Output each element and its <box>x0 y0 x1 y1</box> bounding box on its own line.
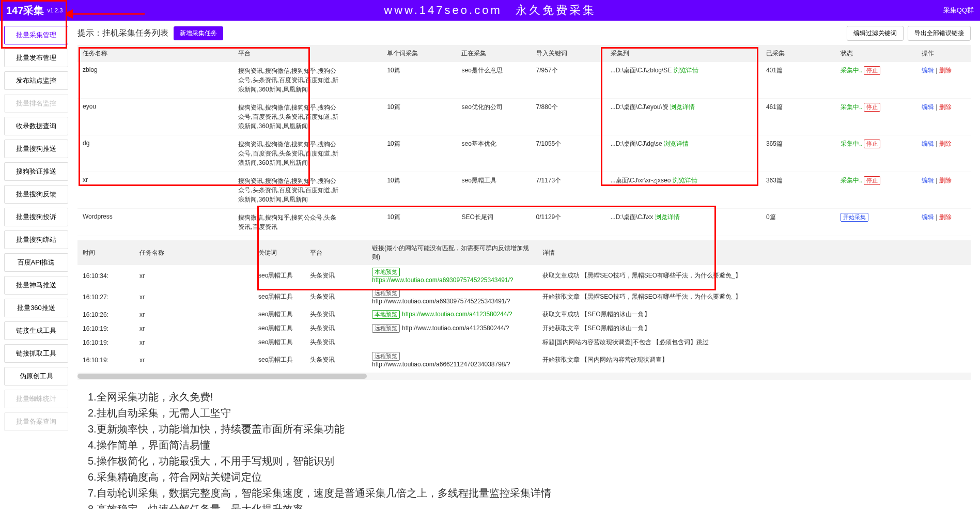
edit-link[interactable]: 编辑 <box>922 177 934 184</box>
log-header: 时间 <box>77 240 134 265</box>
edit-link[interactable]: 编辑 <box>922 67 934 74</box>
task-ops: 编辑 | 删除 <box>916 172 971 209</box>
sidebar-item-17: 批量备案查询 <box>4 412 68 431</box>
status-running: 采集中.. <box>841 103 863 111</box>
sidebar-item-8[interactable]: 批量搜狗投诉 <box>4 208 68 226</box>
log-time: 16:10:19: <box>77 335 134 349</box>
task-platform: 搜狗微信,搜狗知乎,搜狗公众号,头条资讯,百度资讯 <box>233 209 382 236</box>
new-task-button[interactable]: 新增采集任务 <box>174 26 223 40</box>
sidebar-item-10[interactable]: 百度API推送 <box>4 253 68 272</box>
sidebar-item-2[interactable]: 发布站点监控 <box>4 71 68 90</box>
edit-link[interactable]: 编辑 <box>922 103 934 111</box>
start-button[interactable]: 开始采集 <box>841 213 868 222</box>
feature-line: 1.全网采集功能，永久免费! <box>88 389 971 405</box>
sidebar-item-13[interactable]: 链接生成工具 <box>4 321 68 340</box>
log-platform: 头条资讯 <box>305 321 367 335</box>
log-keyword: seo黑帽工具 <box>253 349 305 371</box>
qq-group-link[interactable]: 采集QQ群 <box>943 6 974 15</box>
stop-button[interactable]: 停止 <box>864 66 880 75</box>
feature-line: 4.操作简单，界面简洁易懂 <box>88 437 971 453</box>
task-header: 操作 <box>916 45 971 62</box>
log-platform: 头条资讯 <box>305 307 367 321</box>
sidebar-item-16: 批量蜘蛛统计 <box>4 390 68 408</box>
edit-link[interactable]: 编辑 <box>922 213 934 221</box>
task-name: Wordpress <box>77 209 233 236</box>
task-header: 导入关键词 <box>531 45 605 62</box>
task-platform: 搜狗资讯,搜狗微信,搜狗知乎,搜狗公众号,百度资讯,头条资讯,百度知道,新浪新闻… <box>233 99 382 135</box>
sidebar-item-12[interactable]: 批量360推送 <box>4 299 68 317</box>
stop-button[interactable]: 停止 <box>864 176 880 185</box>
log-platform: 头条资讯 <box>305 335 367 349</box>
sidebar-item-4[interactable]: 收录数据查询 <box>4 117 68 135</box>
task-table: 任务名称平台单个词采集正在采集导入关键词采集到已采集状态操作 zblog搜狗资讯… <box>77 45 971 236</box>
view-detail-link[interactable]: 浏览详情 <box>674 67 698 74</box>
log-detail: 标题[国内网站内容营改现状调查]不包含 【必须包含词】跳过 <box>537 335 971 349</box>
export-error-links-button[interactable]: 导出全部错误链接 <box>908 26 971 41</box>
log-link: 本地预览https://www.toutiao.com/a4123580244/… <box>367 307 537 321</box>
sidebar-item-11[interactable]: 批量神马推送 <box>4 276 68 295</box>
sidebar-item-14[interactable]: 链接抓取工具 <box>4 344 68 363</box>
task-collected: 365篇 <box>761 135 835 172</box>
remote-preview-badge[interactable]: 远程预览 <box>372 324 400 333</box>
log-header: 关键词 <box>253 240 305 265</box>
delete-link[interactable]: 删除 <box>939 177 952 184</box>
log-link: 远程预览http://www.toutiao.com/a4123580244/? <box>367 321 537 335</box>
log-name: xr <box>134 307 253 321</box>
log-url[interactable]: http://www.toutiao.com/a4123580244/? <box>402 325 509 332</box>
view-detail-link[interactable]: 浏览详情 <box>664 140 689 147</box>
local-preview-badge[interactable]: 本地预览 <box>372 268 400 276</box>
task-collected: 363篇 <box>761 172 835 209</box>
view-detail-link[interactable]: 浏览详情 <box>670 103 695 111</box>
task-collecting: seo优化的公司 <box>456 99 531 135</box>
sidebar-item-6[interactable]: 搜狗验证推送 <box>4 162 68 181</box>
log-url[interactable]: https://www.toutiao.com/a693097574522534… <box>372 276 514 284</box>
view-detail-link[interactable]: 浏览详情 <box>655 213 680 221</box>
log-url[interactable]: http://www.toutiao.com/a6930975745225343… <box>372 298 510 305</box>
log-row: 16:10:34:xrseo黑帽工具头条资讯本地预览https://www.to… <box>77 265 971 286</box>
sidebar: 批量采集管理批量发布管理发布站点监控批量排名监控收录数据查询批量搜狗推送搜狗验证… <box>0 21 72 509</box>
log-link: 本地预览https://www.toutiao.com/a69309757452… <box>367 265 537 286</box>
sidebar-item-9[interactable]: 批量搜狗绑站 <box>4 230 68 249</box>
sidebar-item-1[interactable]: 批量发布管理 <box>4 49 68 67</box>
sidebar-item-5[interactable]: 批量搜狗推送 <box>4 140 68 158</box>
log-link: 远程预览http://www.toutiao.com/a666211247023… <box>367 349 537 371</box>
task-dest: ...D:\桌面\CJ\eyou\资 浏览详情 <box>605 99 761 135</box>
stop-button[interactable]: 停止 <box>864 103 880 112</box>
task-collected: 401篇 <box>761 62 835 99</box>
task-header: 单个词采集 <box>382 45 456 62</box>
log-time: 16:10:34: <box>77 265 134 286</box>
feature-line: 2.挂机自动采集，无需人工坚守 <box>88 405 971 421</box>
log-link: 远程预览http://www.toutiao.com/a693097574522… <box>367 286 537 307</box>
delete-link[interactable]: 删除 <box>939 67 952 74</box>
table-row: Wordpress搜狗微信,搜狗知乎,搜狗公众号,头条资讯,百度资讯10篇SEO… <box>77 209 971 236</box>
status-running: 采集中.. <box>841 177 863 184</box>
log-url[interactable]: https://www.toutiao.com/a4123580244/? <box>402 311 512 318</box>
delete-link[interactable]: 删除 <box>939 213 952 221</box>
task-ops: 编辑 | 删除 <box>916 209 971 236</box>
edit-filter-keywords-button[interactable]: 编辑过滤关键词 <box>847 26 904 41</box>
edit-link[interactable]: 编辑 <box>922 140 934 147</box>
local-preview-badge[interactable]: 本地预览 <box>372 310 400 319</box>
task-header: 状态 <box>835 45 916 62</box>
view-detail-link[interactable]: 浏览详情 <box>673 177 697 184</box>
remote-preview-badge[interactable]: 远程预览 <box>372 289 400 298</box>
sidebar-item-0[interactable]: 批量采集管理 <box>4 26 68 44</box>
task-ops: 编辑 | 删除 <box>916 99 971 135</box>
task-platform: 搜狗资讯,搜狗微信,搜狗知乎,搜狗公众号,头条资讯,百度资讯,百度知道,新浪新闻… <box>233 62 382 99</box>
log-detail: 开始获取文章 【黑帽SEO技巧，黑帽SEO有哪些手法，为什么要避免_】 <box>537 286 971 307</box>
task-name: dg <box>77 135 233 172</box>
sidebar-item-7[interactable]: 批量搜狗反馈 <box>4 185 68 204</box>
log-name: xr <box>134 265 253 286</box>
delete-link[interactable]: 删除 <box>939 103 952 111</box>
task-single: 10篇 <box>382 172 456 209</box>
task-header: 已采集 <box>761 45 835 62</box>
table-row: dg搜狗资讯,搜狗微信,搜狗知乎,搜狗公众号,百度资讯,头条资讯,百度知道,新浪… <box>77 135 971 172</box>
feature-line: 3.更新频率快，功能增加快，持续覆盖市面所有采集功能 <box>88 421 971 437</box>
log-url[interactable]: http://www.toutiao.com/a6662112470234038… <box>372 361 510 368</box>
sidebar-item-15[interactable]: 伪原创工具 <box>4 367 68 385</box>
horizontal-scrollbar[interactable] <box>77 373 971 380</box>
delete-link[interactable]: 删除 <box>939 140 952 147</box>
stop-button[interactable]: 停止 <box>864 140 880 148</box>
remote-preview-badge[interactable]: 远程预览 <box>372 352 400 361</box>
task-collecting: seo基本优化 <box>456 135 531 172</box>
